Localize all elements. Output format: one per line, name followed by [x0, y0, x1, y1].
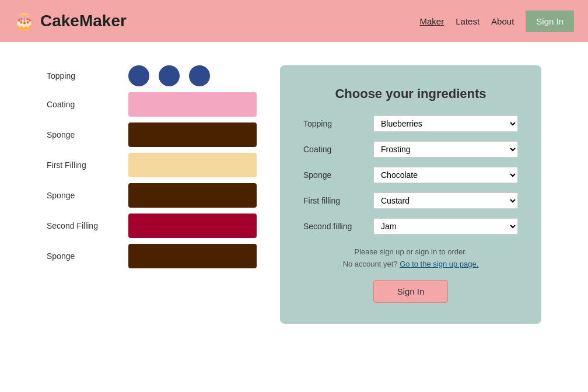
dot-2 [159, 65, 180, 86]
panel-title: Choose your ingredients [303, 86, 518, 102]
sign-in-note: Please sign up or sign in to order. No a… [303, 246, 518, 271]
main-nav: Maker Latest About Sign In [420, 10, 574, 32]
ingredient-select-3[interactable]: CustardJamCreamGanache [373, 192, 518, 209]
header-sign-in-button[interactable]: Sign In [526, 10, 574, 32]
nav-maker[interactable]: Maker [420, 16, 444, 26]
nav-about[interactable]: About [491, 16, 514, 26]
ingredients-container: ToppingBlueberriesStrawberriesCherriesNo… [303, 116, 518, 235]
layer-label-3: Sponge [47, 191, 128, 200]
topping-label: Topping [47, 71, 128, 80]
ingredients-panel: Choose your ingredients ToppingBlueberri… [280, 65, 541, 324]
layer-label-5: Sponge [47, 251, 128, 261]
ingredient-row-4: Second fillingJamCustardCreamGanache [303, 218, 518, 235]
logo-area: 🎂 CakeMaker [14, 12, 127, 31]
cake-icon: 🎂 [14, 12, 34, 31]
layer-visual-2 [128, 153, 257, 177]
sign-up-link[interactable]: Go to the sign up page. [400, 260, 478, 268]
topping-row: Topping [47, 65, 257, 86]
ingredient-label-4: Second filling [303, 222, 373, 231]
ingredient-label-3: First filling [303, 196, 373, 205]
note-line2: No account yet? [343, 260, 398, 268]
ingredient-select-2[interactable]: ChocolateVanillaLemonRed Velvet [373, 167, 518, 183]
layer-label-2: First Filling [47, 160, 128, 170]
layer-visual-0 [128, 92, 257, 117]
note-line1: Please sign up or sign in to order. [355, 247, 467, 256]
ingredient-label-0: Topping [303, 119, 373, 128]
layer-label-1: Sponge [47, 130, 128, 139]
ingredient-select-1[interactable]: FrostingChocolateCreamNone [373, 141, 518, 158]
cake-layer-row-3: Sponge [47, 183, 257, 208]
layer-visual-4 [128, 214, 257, 238]
ingredient-row-0: ToppingBlueberriesStrawberriesCherriesNo… [303, 116, 518, 132]
ingredient-row-3: First fillingCustardJamCreamGanache [303, 192, 518, 209]
sign-in-button[interactable]: Sign In [373, 280, 449, 303]
layer-label-0: Coating [47, 100, 128, 109]
dot-3 [189, 65, 210, 86]
cake-layer-row-5: Sponge [47, 244, 257, 268]
ingredient-label-2: Sponge [303, 170, 373, 180]
cake-layer-row-0: Coating [47, 92, 257, 117]
nav-latest[interactable]: Latest [456, 16, 480, 26]
layer-label-4: Second Filling [47, 221, 128, 230]
cake-layer-row-2: First Filling [47, 153, 257, 177]
cake-layer-row-1: Sponge [47, 123, 257, 147]
layer-visual-3 [128, 183, 257, 208]
layer-visual-5 [128, 244, 257, 268]
cake-preview: Topping CoatingSpongeFirst FillingSponge… [47, 65, 257, 274]
dot-1 [128, 65, 149, 86]
ingredient-label-1: Coating [303, 145, 373, 154]
layer-visual-1 [128, 123, 257, 147]
app-title: CakeMaker [40, 12, 127, 30]
ingredient-select-0[interactable]: BlueberriesStrawberriesCherriesNone [373, 116, 518, 132]
cake-layer-row-4: Second Filling [47, 214, 257, 238]
ingredient-select-4[interactable]: JamCustardCreamGanache [373, 218, 518, 235]
ingredient-row-2: SpongeChocolateVanillaLemonRed Velvet [303, 167, 518, 183]
cake-layers: CoatingSpongeFirst FillingSpongeSecond F… [47, 92, 257, 268]
topping-dots [128, 65, 210, 86]
ingredient-row-1: CoatingFrostingChocolateCreamNone [303, 141, 518, 158]
